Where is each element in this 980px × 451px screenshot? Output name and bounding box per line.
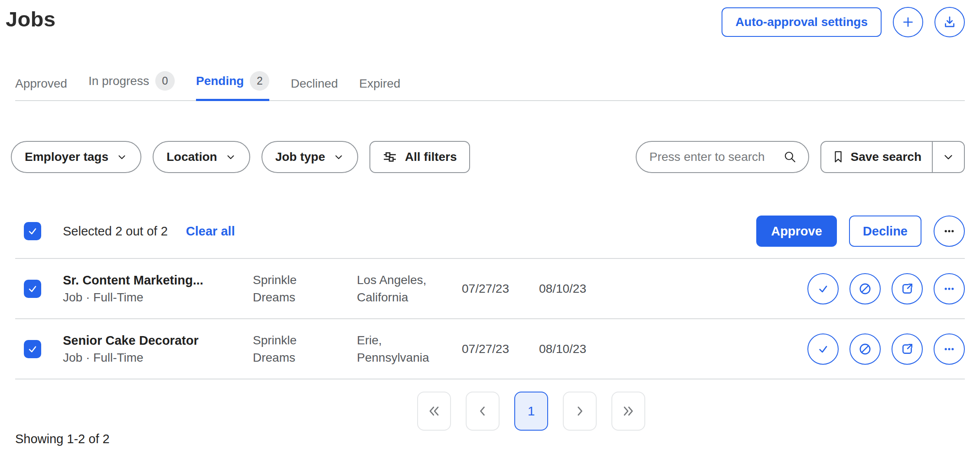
tab-label: In progress — [88, 74, 149, 88]
add-job-button[interactable] — [893, 7, 923, 37]
tab-pending[interactable]: Pending 2 — [196, 71, 269, 100]
tab-approved[interactable]: Approved — [15, 77, 67, 100]
block-icon — [858, 342, 872, 356]
search-icon[interactable] — [783, 150, 797, 164]
open-external-row-button[interactable] — [892, 333, 923, 365]
row-actions — [807, 333, 965, 365]
showing-count: Showing 1-2 of 2 — [15, 432, 110, 446]
topbar: Jobs Auto-approval settings — [15, 0, 965, 43]
decline-button[interactable]: Decline — [849, 216, 921, 247]
bookmark-icon — [832, 150, 845, 164]
page-1-button[interactable]: 1 — [514, 392, 548, 431]
topbar-actions: Auto-approval settings — [722, 7, 965, 37]
check-icon — [26, 283, 39, 295]
job-subtitle: Job · Full-Time — [63, 349, 253, 366]
ellipsis-icon — [941, 281, 957, 297]
jobs-table: Sr. Content Marketing... Job · Full-Time… — [15, 258, 965, 379]
next-page-button[interactable] — [563, 392, 597, 431]
plus-icon — [901, 15, 915, 29]
tab-expired[interactable]: Expired — [359, 77, 400, 100]
previous-page-button[interactable] — [466, 392, 500, 431]
save-search-label: Save search — [851, 150, 921, 164]
tab-label: Pending — [196, 74, 244, 88]
double-chevron-right-icon — [621, 403, 636, 419]
open-external-row-button[interactable] — [892, 273, 923, 304]
job-subtitle: Job · Full-Time — [63, 289, 253, 306]
job-location: Erie, Pennsylvania — [357, 332, 454, 366]
filter-dropdowns: Employer tags Location Job type — [11, 141, 470, 173]
check-icon — [816, 281, 830, 296]
block-row-button[interactable] — [849, 273, 881, 304]
more-row-actions-button[interactable] — [934, 333, 965, 365]
ellipsis-icon — [941, 223, 957, 239]
filter-label: Location — [167, 150, 217, 164]
job-company: Sprinkle Dreams — [253, 271, 331, 306]
auto-approval-settings-button[interactable]: Auto-approval settings — [722, 7, 882, 37]
external-link-icon — [900, 342, 915, 356]
jobs-page: Jobs Auto-approval settings A — [0, 0, 980, 451]
more-row-actions-button[interactable] — [934, 273, 965, 304]
filter-label: Job type — [275, 150, 325, 164]
filter-label: All filters — [405, 150, 457, 164]
employer-tags-dropdown[interactable]: Employer tags — [11, 141, 141, 173]
filter-label: Employer tags — [25, 150, 108, 164]
job-title[interactable]: Senior Cake Decorator — [63, 332, 253, 349]
download-button[interactable] — [934, 7, 965, 37]
status-tabs: Approved In progress 0 Pending 2 Decline… — [15, 71, 965, 101]
block-row-button[interactable] — [849, 333, 881, 365]
bulk-actions: Approve Decline — [756, 216, 965, 247]
job-posted-date: 07/27/23 — [462, 342, 539, 356]
table-footer: 1 Showing 1-2 of 2 — [15, 392, 965, 448]
first-page-button[interactable] — [417, 392, 451, 431]
more-actions-button[interactable] — [934, 216, 965, 247]
check-icon — [26, 225, 39, 237]
page-title: Jobs — [6, 7, 56, 31]
row-checkbox[interactable] — [24, 280, 41, 298]
check-icon — [26, 343, 39, 355]
location-dropdown[interactable]: Location — [153, 141, 250, 173]
save-search-split-button: Save search — [820, 141, 965, 173]
last-page-button[interactable] — [611, 392, 645, 431]
external-link-icon — [900, 281, 915, 296]
selection-summary: Selected 2 out of 2 — [63, 224, 168, 239]
save-search-button[interactable]: Save search — [821, 142, 932, 172]
tab-label: Declined — [291, 77, 338, 91]
clear-all-link[interactable]: Clear all — [186, 224, 235, 239]
row-checkbox[interactable] — [24, 340, 41, 358]
all-filters-button[interactable]: All filters — [369, 141, 470, 173]
job-title[interactable]: Sr. Content Marketing... — [63, 271, 253, 289]
chevron-down-icon — [333, 151, 344, 163]
table-row: Sr. Content Marketing... Job · Full-Time… — [15, 259, 965, 319]
chevron-down-icon — [225, 151, 236, 163]
tab-count-badge: 0 — [155, 71, 175, 91]
job-location: Los Angeles, California — [357, 271, 454, 306]
job-company: Sprinkle Dreams — [253, 332, 331, 366]
approve-row-button[interactable] — [807, 333, 839, 365]
chevron-down-icon — [942, 150, 955, 163]
selection-bar: Selected 2 out of 2 Clear all Approve De… — [15, 216, 965, 247]
selection-info: Selected 2 out of 2 Clear all — [24, 222, 235, 240]
approve-button[interactable]: Approve — [756, 216, 837, 247]
chevron-right-icon — [572, 403, 588, 419]
pagination: 1 — [417, 392, 645, 431]
sliders-icon — [382, 150, 397, 164]
check-icon — [816, 342, 830, 356]
ellipsis-icon — [941, 341, 957, 357]
row-actions — [807, 273, 965, 304]
search-area: Save search — [636, 141, 965, 173]
tab-declined[interactable]: Declined — [291, 77, 338, 100]
approve-row-button[interactable] — [807, 273, 839, 304]
block-icon — [858, 281, 872, 296]
download-icon — [942, 15, 957, 29]
tab-count-badge: 2 — [250, 71, 269, 91]
job-type-dropdown[interactable]: Job type — [261, 141, 358, 173]
tab-label: Approved — [15, 77, 67, 91]
chevron-left-icon — [475, 403, 490, 419]
job-expires-date: 08/10/23 — [539, 282, 616, 296]
search-box — [636, 141, 809, 173]
tab-in-progress[interactable]: In progress 0 — [88, 71, 175, 100]
chevron-down-icon — [116, 151, 127, 163]
save-search-menu-button[interactable] — [933, 142, 964, 172]
select-all-checkbox[interactable] — [24, 222, 41, 240]
filter-row: Employer tags Location Job type — [15, 141, 965, 173]
